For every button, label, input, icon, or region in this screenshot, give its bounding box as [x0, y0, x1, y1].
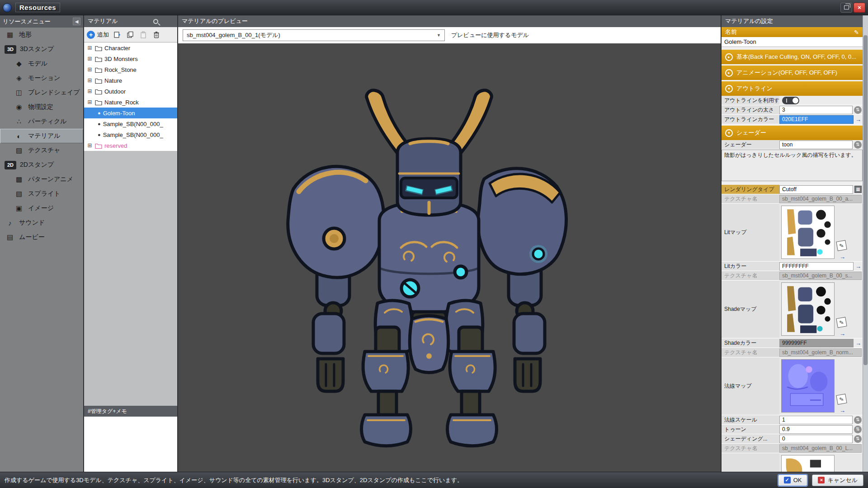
- sidebar-item-blend-shape[interactable]: ◫ブレンドシェイプ: [0, 85, 83, 100]
- outline-color-input[interactable]: 020E1EFF: [779, 115, 854, 124]
- sidebar-item-material[interactable]: ◐マテリアル: [0, 129, 83, 143]
- delete-button[interactable]: [151, 30, 161, 40]
- settings-scrollbar[interactable]: [863, 15, 868, 472]
- expander-icon[interactable]: ⊞: [87, 66, 93, 73]
- lit-map-thumbnail[interactable]: [781, 206, 835, 259]
- tree-item-nature-rock[interactable]: ⊞Nature_Rock: [84, 97, 177, 108]
- new-item-button[interactable]: [112, 30, 122, 40]
- stepper-icon[interactable]: ⇅: [854, 141, 862, 149]
- tree-item-character[interactable]: ⊞Character: [84, 42, 177, 53]
- expander-icon[interactable]: ⊞: [87, 142, 93, 149]
- stepper-icon[interactable]: ⇅: [854, 426, 862, 433]
- scrollbar-thumb[interactable]: [863, 35, 868, 365]
- sidebar-item-movie[interactable]: ▤ムービー: [0, 230, 83, 244]
- status-text: 作成するゲームで使用する3Dモデル、テクスチャ、スプライト、イメージ、サウンド等…: [5, 476, 463, 484]
- add-material-label: 追加: [97, 31, 109, 39]
- sidebar-item-label: ブレンドシェイプ: [28, 89, 80, 97]
- tree-item-sample-2[interactable]: ●Sample_SB(N00_000_: [84, 129, 177, 140]
- memo-area[interactable]: [84, 417, 177, 472]
- expander-icon[interactable]: ⊞: [87, 77, 93, 84]
- sidebar-item-pattern-anime[interactable]: ▩パターンアニメ: [0, 172, 83, 187]
- section-shader[interactable]: ▾ シェーダー: [722, 126, 863, 140]
- normal-scale-input[interactable]: 1: [779, 416, 853, 424]
- shade-color-input[interactable]: 999999FF: [779, 339, 854, 347]
- section-animation[interactable]: ▸ アニメーション(OFF, OFF, OFF, OFF): [722, 66, 863, 80]
- sidebar-item-sprite[interactable]: ▧スプライト: [0, 187, 83, 201]
- tree-item-3d-monsters[interactable]: ⊞3D Monsters: [84, 53, 177, 64]
- close-button[interactable]: ×: [854, 3, 865, 13]
- tree-item-sample-1[interactable]: ●Sample_SB(N00_000_: [84, 118, 177, 129]
- preview-model-dropdown[interactable]: sb_mst004_golem_B_00_1(モデル) ▼: [183, 29, 445, 41]
- section-basic[interactable]: ▸ 基本(Back Face Culling, ON, OFF, OFF, 0,…: [722, 50, 863, 64]
- edit-texture-icon[interactable]: ✎: [836, 394, 847, 404]
- chevron-right-icon: ▸: [725, 53, 733, 61]
- normal-map-thumbnail[interactable]: [781, 359, 835, 413]
- ok-button[interactable]: ✓ OK: [778, 474, 808, 486]
- tree-item-label: Outdoor: [104, 88, 126, 95]
- expander-icon[interactable]: ⊞: [87, 56, 93, 62]
- sidebar-item-sound[interactable]: ♪サウンド: [0, 216, 83, 230]
- preview-viewport[interactable]: [178, 43, 721, 472]
- arrow-right-icon[interactable]: →: [840, 330, 845, 337]
- sidebar-item-model[interactable]: ◆モデル: [0, 56, 83, 71]
- outline-toggle[interactable]: [782, 97, 799, 104]
- shading-input[interactable]: 0: [779, 435, 853, 443]
- sidebar-item-texture[interactable]: ▨テクスチャ: [0, 143, 83, 158]
- collapse-sidebar-button[interactable]: ◀: [73, 18, 80, 25]
- toon-input[interactable]: 0.9: [779, 425, 853, 434]
- lit-color-input[interactable]: FFFFFFFF: [779, 262, 854, 271]
- sidebar-item-3d-stamp[interactable]: 3D3Dスタンプ: [0, 42, 83, 56]
- section-outline[interactable]: ▾ アウトライン: [722, 81, 863, 96]
- shader-select[interactable]: toon: [779, 141, 853, 149]
- restore-button[interactable]: [840, 3, 852, 13]
- ok-label: OK: [793, 477, 802, 483]
- stepper-icon[interactable]: ⇅: [854, 435, 862, 443]
- shade-map-thumbnail[interactable]: [781, 282, 835, 336]
- paste-button[interactable]: [138, 30, 148, 40]
- arrow-right-icon[interactable]: →: [855, 263, 862, 270]
- sidebar-item-particle[interactable]: ∴パーティクル: [0, 114, 83, 129]
- section-outline-label: アウトライン: [736, 84, 773, 93]
- sidebar-item-terrain[interactable]: ▦地形: [0, 28, 83, 42]
- cancel-button[interactable]: × キャンセル: [812, 474, 863, 486]
- expander-icon[interactable]: ⊞: [87, 99, 93, 105]
- resource-menu-title: リソースメニュー: [3, 18, 51, 26]
- sidebar-item-motion[interactable]: ◈モーション: [0, 71, 83, 85]
- expander-icon[interactable]: ⊞: [87, 45, 93, 51]
- texture-name-label: テクスチャ名: [722, 348, 779, 357]
- outline-width-row: アウトラインの太さ 3 ⇅: [722, 105, 863, 115]
- sidebar-item-physics[interactable]: ◉物理設定: [0, 100, 83, 114]
- edit-texture-icon[interactable]: ✎: [836, 317, 847, 328]
- tree-item-label: Character: [104, 45, 130, 52]
- arrow-right-icon[interactable]: →: [840, 253, 845, 260]
- sidebar-item-image[interactable]: ▣イメージ: [0, 201, 83, 216]
- stepper-icon[interactable]: ⇅: [854, 416, 862, 424]
- material-list-panel: マテリアル + 追加 ⊞Character ⊞3D Monsters ⊞Rock…: [84, 15, 177, 472]
- arrow-right-icon[interactable]: →: [855, 340, 862, 347]
- rendering-type-select[interactable]: Cutoff: [779, 185, 853, 194]
- settings-header: マテリアルの設定: [722, 15, 863, 27]
- sidebar-item-2d-stamp[interactable]: 2D2Dスタンプ: [0, 158, 83, 172]
- add-material-button[interactable]: + 追加: [87, 31, 109, 39]
- sidebar-item-label: 物理設定: [28, 103, 53, 111]
- tree-item-golem-toon[interactable]: ●Golem-Toon: [84, 108, 177, 118]
- stepper-icon[interactable]: ⇅: [854, 106, 862, 114]
- rendering-grid-icon[interactable]: ▦: [854, 186, 862, 193]
- tree-item-outdoor[interactable]: ⊞Outdoor: [84, 86, 177, 97]
- light-texture-name-row: テクスチャ名 sb_mst004_golem_B_00_L...: [722, 444, 863, 453]
- expander-icon[interactable]: ⊞: [87, 88, 93, 94]
- resource-menu-header: リソースメニュー ◀: [0, 15, 83, 28]
- pencil-icon[interactable]: ✎: [854, 29, 859, 36]
- light-map-thumbnail[interactable]: [781, 455, 835, 472]
- arrow-right-icon[interactable]: →: [855, 116, 862, 123]
- arrow-right-icon[interactable]: →: [840, 407, 845, 414]
- edit-texture-icon[interactable]: ✎: [836, 240, 847, 251]
- tree-item-rock-stone[interactable]: ⊞Rock_Stone: [84, 64, 177, 75]
- search-icon[interactable]: [153, 19, 158, 24]
- outline-width-input[interactable]: 3: [779, 106, 853, 114]
- duplicate-button[interactable]: [125, 30, 135, 40]
- chevron-right-icon: ▸: [725, 69, 733, 77]
- tree-item-nature[interactable]: ⊞Nature: [84, 75, 177, 86]
- tree-item-reserved[interactable]: ⊞reserved: [84, 140, 177, 151]
- material-name-input[interactable]: Golem-Toon: [722, 37, 863, 47]
